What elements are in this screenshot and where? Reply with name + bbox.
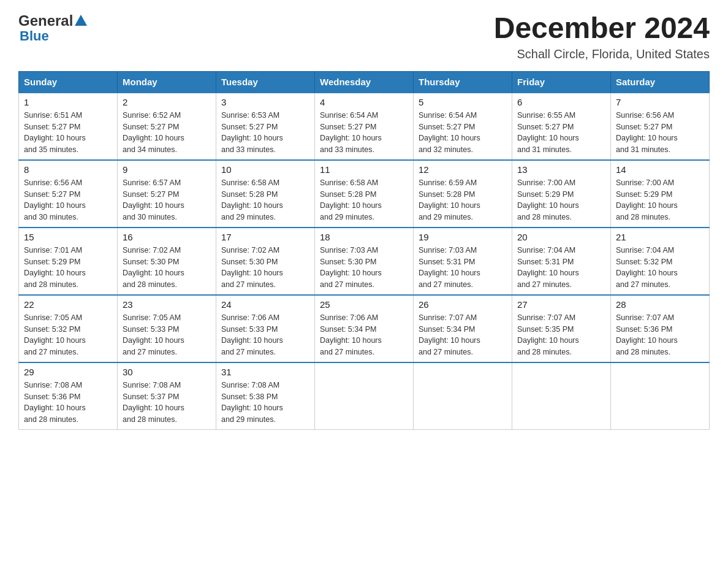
day-number: 27 [517,299,605,310]
calendar-cell: 27 Sunrise: 7:07 AM Sunset: 5:35 PM Dayl… [512,295,611,362]
day-number: 16 [123,232,211,242]
day-number: 23 [123,299,211,310]
day-info: Sunrise: 7:05 AM Sunset: 5:32 PM Dayligh… [24,312,112,358]
day-number: 4 [320,97,408,107]
logo-triangle-icon [75,15,87,26]
calendar-cell: 18 Sunrise: 7:03 AM Sunset: 5:30 PM Dayl… [315,228,414,295]
day-number: 8 [24,164,112,175]
header-wednesday: Wednesday [315,71,414,93]
calendar-cell [315,362,414,430]
day-info: Sunrise: 7:03 AM Sunset: 5:30 PM Dayligh… [320,245,408,291]
logo-general-text: General [18,12,73,29]
calendar-cell: 13 Sunrise: 7:00 AM Sunset: 5:29 PM Dayl… [512,160,611,228]
day-info: Sunrise: 6:51 AM Sunset: 5:27 PM Dayligh… [24,110,112,156]
calendar-cell: 31 Sunrise: 7:08 AM Sunset: 5:38 PM Dayl… [216,362,315,430]
title-block: December 2024 Schall Circle, Florida, Un… [494,12,710,61]
day-info: Sunrise: 6:58 AM Sunset: 5:28 PM Dayligh… [320,177,408,223]
day-info: Sunrise: 7:06 AM Sunset: 5:34 PM Dayligh… [320,312,408,358]
logo-line1: General [18,12,87,29]
day-number: 9 [123,164,211,175]
day-number: 20 [517,232,605,242]
day-info: Sunrise: 7:08 AM Sunset: 5:37 PM Dayligh… [123,380,211,426]
calendar-cell: 30 Sunrise: 7:08 AM Sunset: 5:37 PM Dayl… [118,362,216,430]
calendar-cell: 1 Sunrise: 6:51 AM Sunset: 5:27 PM Dayli… [19,93,118,160]
header-monday: Monday [118,71,216,93]
calendar-cell [611,362,710,430]
day-info: Sunrise: 7:07 AM Sunset: 5:34 PM Dayligh… [419,312,507,358]
calendar-cell: 17 Sunrise: 7:02 AM Sunset: 5:30 PM Dayl… [216,228,315,295]
calendar-cell: 29 Sunrise: 7:08 AM Sunset: 5:36 PM Dayl… [19,362,118,430]
header-saturday: Saturday [611,71,710,93]
calendar-week-row: 22 Sunrise: 7:05 AM Sunset: 5:32 PM Dayl… [19,295,710,362]
day-info: Sunrise: 6:53 AM Sunset: 5:27 PM Dayligh… [221,110,309,156]
day-info: Sunrise: 7:02 AM Sunset: 5:30 PM Dayligh… [221,245,309,291]
calendar-cell: 15 Sunrise: 7:01 AM Sunset: 5:29 PM Dayl… [19,228,118,295]
calendar-header-row: SundayMondayTuesdayWednesdayThursdayFrid… [19,71,710,93]
day-number: 13 [517,164,605,175]
day-info: Sunrise: 6:55 AM Sunset: 5:27 PM Dayligh… [517,110,605,156]
calendar-cell: 26 Sunrise: 7:07 AM Sunset: 5:34 PM Dayl… [414,295,512,362]
day-number: 19 [419,232,507,242]
month-title: December 2024 [494,12,710,45]
logo-blue-text: Blue [20,28,49,44]
header-friday: Friday [512,71,611,93]
day-info: Sunrise: 6:56 AM Sunset: 5:27 PM Dayligh… [24,177,112,223]
day-number: 17 [221,232,309,242]
day-info: Sunrise: 6:52 AM Sunset: 5:27 PM Dayligh… [123,110,211,156]
calendar-cell: 28 Sunrise: 7:07 AM Sunset: 5:36 PM Dayl… [611,295,710,362]
day-info: Sunrise: 6:56 AM Sunset: 5:27 PM Dayligh… [616,110,704,156]
day-info: Sunrise: 7:00 AM Sunset: 5:29 PM Dayligh… [616,177,704,223]
calendar-cell: 2 Sunrise: 6:52 AM Sunset: 5:27 PM Dayli… [118,93,216,160]
day-info: Sunrise: 7:08 AM Sunset: 5:38 PM Dayligh… [221,380,309,426]
day-number: 5 [419,97,507,107]
day-info: Sunrise: 7:07 AM Sunset: 5:35 PM Dayligh… [517,312,605,358]
day-info: Sunrise: 7:03 AM Sunset: 5:31 PM Dayligh… [419,245,507,291]
calendar-cell: 24 Sunrise: 7:06 AM Sunset: 5:33 PM Dayl… [216,295,315,362]
location-subtitle: Schall Circle, Florida, United States [494,47,710,61]
day-info: Sunrise: 7:01 AM Sunset: 5:29 PM Dayligh… [24,245,112,291]
day-info: Sunrise: 7:07 AM Sunset: 5:36 PM Dayligh… [616,312,704,358]
day-info: Sunrise: 6:54 AM Sunset: 5:27 PM Dayligh… [419,110,507,156]
day-number: 2 [123,97,211,107]
calendar-cell: 22 Sunrise: 7:05 AM Sunset: 5:32 PM Dayl… [19,295,118,362]
calendar-cell: 23 Sunrise: 7:05 AM Sunset: 5:33 PM Dayl… [118,295,216,362]
day-number: 7 [616,97,704,107]
day-number: 18 [320,232,408,242]
calendar-cell: 10 Sunrise: 6:58 AM Sunset: 5:28 PM Dayl… [216,160,315,228]
header-tuesday: Tuesday [216,71,315,93]
day-number: 1 [24,97,112,107]
calendar-cell: 4 Sunrise: 6:54 AM Sunset: 5:27 PM Dayli… [315,93,414,160]
calendar-week-row: 8 Sunrise: 6:56 AM Sunset: 5:27 PM Dayli… [19,160,710,228]
calendar-cell: 20 Sunrise: 7:04 AM Sunset: 5:31 PM Dayl… [512,228,611,295]
header-sunday: Sunday [19,71,118,93]
day-info: Sunrise: 6:54 AM Sunset: 5:27 PM Dayligh… [320,110,408,156]
day-info: Sunrise: 7:04 AM Sunset: 5:32 PM Dayligh… [616,245,704,291]
day-info: Sunrise: 6:57 AM Sunset: 5:27 PM Dayligh… [123,177,211,223]
day-number: 6 [517,97,605,107]
day-number: 31 [221,367,309,377]
day-info: Sunrise: 6:59 AM Sunset: 5:28 PM Dayligh… [419,177,507,223]
day-info: Sunrise: 7:02 AM Sunset: 5:30 PM Dayligh… [123,245,211,291]
day-info: Sunrise: 7:04 AM Sunset: 5:31 PM Dayligh… [517,245,605,291]
day-number: 10 [221,164,309,175]
day-number: 29 [24,367,112,377]
calendar-table: SundayMondayTuesdayWednesdayThursdayFrid… [18,71,710,431]
calendar-cell: 3 Sunrise: 6:53 AM Sunset: 5:27 PM Dayli… [216,93,315,160]
day-number: 15 [24,232,112,242]
calendar-week-row: 29 Sunrise: 7:08 AM Sunset: 5:36 PM Dayl… [19,362,710,430]
calendar-cell: 21 Sunrise: 7:04 AM Sunset: 5:32 PM Dayl… [611,228,710,295]
calendar-cell: 25 Sunrise: 7:06 AM Sunset: 5:34 PM Dayl… [315,295,414,362]
day-info: Sunrise: 7:00 AM Sunset: 5:29 PM Dayligh… [517,177,605,223]
day-number: 3 [221,97,309,107]
day-number: 25 [320,299,408,310]
day-info: Sunrise: 7:05 AM Sunset: 5:33 PM Dayligh… [123,312,211,358]
day-info: Sunrise: 6:58 AM Sunset: 5:28 PM Dayligh… [221,177,309,223]
calendar-cell: 16 Sunrise: 7:02 AM Sunset: 5:30 PM Dayl… [118,228,216,295]
day-info: Sunrise: 7:06 AM Sunset: 5:33 PM Dayligh… [221,312,309,358]
calendar-week-row: 1 Sunrise: 6:51 AM Sunset: 5:27 PM Dayli… [19,93,710,160]
calendar-cell: 9 Sunrise: 6:57 AM Sunset: 5:27 PM Dayli… [118,160,216,228]
calendar-cell: 14 Sunrise: 7:00 AM Sunset: 5:29 PM Dayl… [611,160,710,228]
day-number: 11 [320,164,408,175]
day-number: 30 [123,367,211,377]
logo: General Blue [18,12,87,44]
